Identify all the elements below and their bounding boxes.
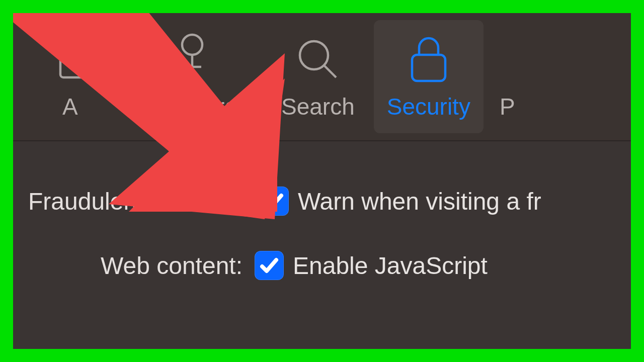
lock-icon bbox=[406, 32, 451, 87]
tab-label: A bbox=[53, 93, 78, 120]
svg-point-1 bbox=[182, 35, 202, 55]
setting-row-webcontent: Web content: Enable JavaScript bbox=[13, 251, 631, 280]
checkbox-enable-javascript[interactable] bbox=[255, 251, 284, 280]
setting-row-fraudulent: Fraudulen Warn when visiting a fr bbox=[13, 187, 631, 216]
setting-label: Fraudulen bbox=[13, 188, 260, 215]
tab-label: Search bbox=[281, 93, 355, 120]
tab-label: Security bbox=[387, 93, 470, 120]
checkbox-label: Enable JavaScript bbox=[293, 252, 488, 280]
key-icon bbox=[167, 32, 217, 87]
tab-passwords[interactable]: Passwords bbox=[123, 20, 262, 133]
tab-security[interactable]: Security bbox=[374, 20, 484, 133]
pencil-square-icon bbox=[53, 32, 104, 87]
thumbnail-frame: A Passwords bbox=[0, 0, 644, 362]
search-icon bbox=[293, 32, 343, 87]
tab-label: Passwords bbox=[136, 93, 249, 120]
tab-search[interactable]: Search bbox=[268, 20, 368, 133]
tab-privacy[interactable]: P bbox=[490, 20, 528, 133]
hand-icon bbox=[505, 32, 510, 87]
checkbox-label: Warn when visiting a fr bbox=[298, 188, 541, 215]
setting-label: Web content: bbox=[13, 252, 255, 280]
svg-point-2 bbox=[300, 41, 328, 69]
security-settings-pane: Fraudulen Warn when visiting a fr Web co… bbox=[13, 141, 631, 280]
preferences-toolbar: A Passwords bbox=[13, 13, 631, 141]
svg-rect-3 bbox=[412, 55, 445, 81]
preferences-window: A Passwords bbox=[13, 13, 631, 349]
tab-label: P bbox=[500, 93, 515, 120]
tab-autofill[interactable]: A bbox=[40, 20, 117, 133]
checkbox-warn-fraudulent[interactable] bbox=[260, 187, 289, 216]
